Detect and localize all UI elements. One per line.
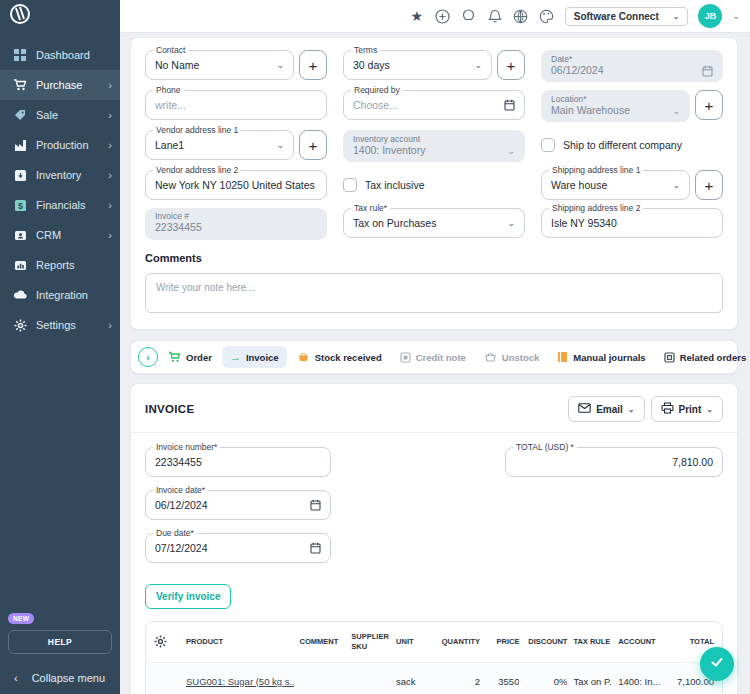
chevron-right-icon: › (108, 199, 112, 211)
collapse-menu-button[interactable]: ‹ Collapse menu (8, 672, 112, 684)
contact-field[interactable]: Contact No Name ⌄ (145, 50, 294, 80)
vendor-address-2-value: New York NY 10250 United States (155, 179, 317, 191)
sidebar-item-sale[interactable]: Sale › (0, 100, 120, 130)
add-shipping-address-button[interactable]: + (695, 170, 723, 200)
verify-invoice-button[interactable]: Verify invoice (145, 584, 231, 609)
invoice-date-field[interactable]: Invoice date* 06/12/2024 (145, 490, 331, 520)
sidebar-item-reports[interactable]: Reports (0, 250, 120, 280)
print-button[interactable]: Print ⌄ (651, 396, 723, 422)
avatar[interactable]: JB (698, 4, 722, 28)
print-button-label: Print (679, 404, 702, 415)
add-terms-button[interactable]: + (497, 50, 525, 80)
add-contact-button[interactable]: + (299, 50, 327, 80)
chevron-down-icon: ⌄ (672, 106, 680, 116)
tab-unstock[interactable]: Unstock (476, 346, 547, 368)
sidebar-item-label: CRM (36, 229, 61, 241)
save-confirm-fab[interactable] (700, 647, 734, 681)
tax-rule-label: Tax rule* (351, 203, 390, 213)
palette-icon[interactable] (539, 8, 555, 24)
invoice-date-label: Invoice date* (153, 485, 208, 495)
date-value: 06/12/2024 (551, 64, 696, 77)
globe-icon[interactable] (513, 8, 529, 24)
chevron-down-icon: ⌄ (628, 405, 635, 414)
sidebar-item-financials[interactable]: $ Financials › (0, 190, 120, 220)
due-date-value: 07/12/2024 (155, 542, 304, 554)
company-selector[interactable]: Software Connect ⌄ (565, 7, 689, 26)
vendor-address-1-field[interactable]: Vendor address line 1 Lane1 ⌄ (145, 130, 294, 160)
chevron-down-icon[interactable]: ⌄ (732, 11, 740, 21)
inventory-account-field: Inventory account 1400: Inventory ⌄ (343, 130, 525, 162)
phone-field[interactable]: Phone (145, 90, 327, 120)
star-icon[interactable]: ★ (409, 8, 425, 24)
vendor-address-2-label: Vendor address line 2 (153, 165, 241, 175)
cloud-icon (13, 288, 27, 302)
brand-logo[interactable] (0, 0, 120, 26)
bell-icon[interactable] (487, 8, 503, 24)
sidebar-item-crm[interactable]: CRM › (0, 220, 120, 250)
related-orders-icon (664, 352, 675, 363)
add-circle-icon[interactable] (435, 8, 451, 24)
ship-to-different-company-checkbox-row: Ship to different company (541, 130, 682, 160)
shipping-address-2-field[interactable]: Shipping address line 2 Isle NY 95340 (541, 208, 723, 238)
shipping-address-1-field[interactable]: Shipping address line 1 Ware house ⌄ (541, 170, 690, 200)
dashboard-icon (13, 48, 27, 62)
inventory-box-icon (13, 168, 27, 182)
tab-order[interactable]: Order (160, 346, 220, 368)
chevron-down-icon: ⌄ (276, 140, 284, 150)
tabs-scroll-left-button[interactable]: ‹ (138, 347, 158, 367)
brand-logo-icon (10, 4, 30, 24)
tab-related-orders[interactable]: Related orders (656, 347, 750, 368)
date-label: Date* (551, 54, 713, 64)
tax-inclusive-checkbox-row: Tax inclusive (343, 170, 425, 200)
comments-textarea[interactable] (145, 273, 723, 313)
sidebar-item-production[interactable]: Production › (0, 130, 120, 160)
sidebar-item-inventory[interactable]: Inventory › (0, 160, 120, 190)
chevron-down-icon: ⌄ (672, 180, 680, 190)
column-header: QUANTITY (434, 637, 480, 647)
collapse-menu-label: Collapse menu (32, 672, 105, 684)
table-settings-gear-icon[interactable] (154, 635, 180, 648)
unstock-basket-icon (484, 351, 497, 363)
lightbulb-icon[interactable] (461, 8, 477, 24)
add-vendor-address-button[interactable]: + (299, 130, 327, 160)
tax-rule-cell: Tax on P... (573, 676, 612, 687)
product-link[interactable]: SUG001: Sugar (50 kg s... (186, 676, 294, 687)
help-button[interactable]: HELP (8, 630, 112, 654)
terms-field[interactable]: Terms 30 days ⌄ (343, 50, 492, 80)
tab-invoice[interactable]: → Invoice (222, 346, 287, 368)
invoice-number-input-field[interactable]: Invoice number* 22334455 (145, 447, 331, 477)
phone-input[interactable] (155, 99, 317, 111)
sidebar-item-integration[interactable]: Integration (0, 280, 120, 310)
tab-label: Unstock (502, 352, 539, 363)
add-location-button[interactable]: + (695, 90, 723, 120)
inventory-account-label: Inventory account (353, 134, 515, 144)
tax-inclusive-checkbox[interactable] (343, 178, 357, 192)
chevron-down-icon: ⌄ (507, 146, 515, 156)
location-label: Location* (551, 94, 680, 104)
tab-credit-note[interactable]: Credit note (392, 347, 474, 368)
email-button-label: Email (596, 404, 623, 415)
sidebar-item-dashboard[interactable]: Dashboard (0, 40, 120, 70)
column-header: TOTAL (668, 637, 714, 647)
tab-manual-journals[interactable]: Manual journals (549, 346, 653, 368)
contact-value: No Name (155, 59, 270, 71)
sidebar-item-settings[interactable]: Settings › (0, 310, 120, 340)
required-by-input[interactable] (353, 99, 498, 111)
quantity-cell: 2 (434, 676, 480, 687)
chevron-down-icon: ⌄ (276, 60, 284, 70)
invoice-arrow-icon: → (230, 351, 241, 363)
tab-label: Related orders (680, 352, 747, 363)
email-button[interactable]: Email ⌄ (568, 396, 644, 422)
new-badge: NEW (8, 613, 34, 624)
tab-stock-received[interactable]: Stock received (289, 346, 390, 368)
due-date-field[interactable]: Due date* 07/12/2024 (145, 533, 331, 563)
chevron-right-icon: › (108, 319, 112, 331)
required-by-field[interactable]: Required by (343, 90, 525, 120)
journal-book-icon (557, 351, 568, 363)
vendor-address-2-field[interactable]: Vendor address line 2 New York NY 10250 … (145, 170, 327, 200)
tax-rule-field[interactable]: Tax rule* Tax on Purchases ⌄ (343, 208, 525, 238)
sidebar-item-label: Sale (36, 109, 58, 121)
shipping-address-1-value: Ware house (551, 179, 666, 191)
sidebar-item-purchase[interactable]: Purchase › (0, 70, 120, 100)
ship-to-different-company-checkbox[interactable] (541, 138, 555, 152)
